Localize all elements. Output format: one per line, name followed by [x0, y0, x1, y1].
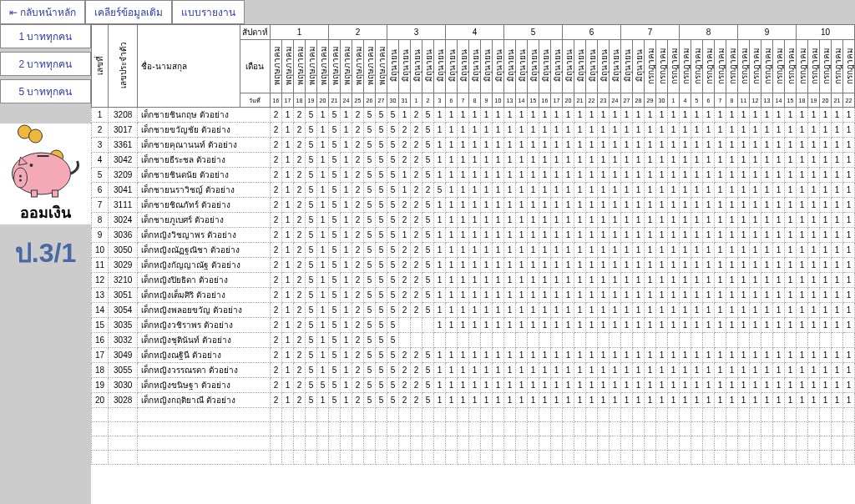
cell-amount[interactable]: 2: [352, 288, 363, 303]
cell-amount[interactable]: 1: [468, 258, 480, 273]
cell-amount[interactable]: 1: [316, 318, 328, 333]
cell-amount[interactable]: 1: [539, 288, 550, 303]
cell-amount[interactable]: 5: [422, 168, 433, 183]
cell-amount[interactable]: 1: [492, 153, 503, 168]
cell-amount[interactable]: 1: [667, 378, 679, 393]
cell-amount[interactable]: 1: [457, 318, 468, 333]
cell-amount[interactable]: 1: [691, 258, 702, 273]
cell-amount[interactable]: 1: [562, 273, 574, 288]
cell-amount[interactable]: 2: [398, 303, 410, 318]
cell-amount[interactable]: 1: [761, 198, 772, 213]
cell-amount[interactable]: 1: [807, 348, 819, 363]
cell-amount[interactable]: 1: [316, 228, 328, 243]
cell-amount[interactable]: 1: [796, 228, 807, 243]
cell-amount[interactable]: 1: [737, 108, 749, 123]
cell-amount[interactable]: 1: [316, 243, 328, 258]
cell-amount[interactable]: 1: [632, 363, 644, 378]
cell-amount[interactable]: 2: [352, 153, 363, 168]
cell-amount[interactable]: 1: [737, 183, 749, 198]
cell-amount[interactable]: 1: [737, 138, 749, 153]
cell-amount[interactable]: 1: [842, 153, 854, 168]
cell-amount[interactable]: 1: [620, 183, 632, 198]
cell-amount[interactable]: [749, 422, 761, 436]
cell-amount[interactable]: 5: [305, 198, 316, 213]
cell-amount[interactable]: 1: [737, 273, 749, 288]
cell-amount[interactable]: 1: [597, 258, 609, 273]
cell-amount[interactable]: 1: [457, 258, 468, 273]
cell-amount[interactable]: [726, 436, 737, 451]
cell-amount[interactable]: 1: [457, 348, 468, 363]
cell-amount[interactable]: 1: [749, 393, 761, 408]
cell-amount[interactable]: 1: [527, 363, 539, 378]
cell-amount[interactable]: 1: [468, 363, 480, 378]
cell-amount[interactable]: 1: [842, 348, 854, 363]
cell-amount[interactable]: 1: [807, 153, 819, 168]
cell-amount[interactable]: 1: [807, 258, 819, 273]
cell-amount[interactable]: 1: [655, 303, 667, 318]
cell-amount[interactable]: 1: [726, 303, 737, 318]
cell-amount[interactable]: 1: [468, 243, 480, 258]
cell-amount[interactable]: 5: [422, 243, 433, 258]
cell-amount[interactable]: 1: [842, 303, 854, 318]
cell-amount[interactable]: 2: [293, 213, 305, 228]
cell-amount[interactable]: 2: [398, 243, 410, 258]
cell-amount[interactable]: 5: [387, 393, 398, 408]
cell-amount[interactable]: 2: [293, 318, 305, 333]
cell-amount[interactable]: 5: [375, 318, 387, 333]
cell-amount[interactable]: 2: [352, 213, 363, 228]
cell-amount[interactable]: [363, 436, 375, 451]
cell-amount[interactable]: 2: [398, 378, 410, 393]
cell-amount[interactable]: 5: [363, 333, 375, 348]
cell-amount[interactable]: 1: [819, 318, 831, 333]
cell-amount[interactable]: 5: [422, 363, 433, 378]
cell-amount[interactable]: 1: [831, 123, 842, 138]
cell-amount[interactable]: 1: [515, 228, 527, 243]
cell-amount[interactable]: 1: [620, 228, 632, 243]
cell-amount[interactable]: [562, 451, 574, 465]
cell-amount[interactable]: 5: [305, 213, 316, 228]
cell-amount[interactable]: 2: [352, 348, 363, 363]
cell-amount[interactable]: 1: [574, 348, 585, 363]
cell-amount[interactable]: 1: [515, 198, 527, 213]
cell-amount[interactable]: 1: [632, 228, 644, 243]
cell-amount[interactable]: 5: [305, 183, 316, 198]
cell-amount[interactable]: 1: [398, 183, 410, 198]
cell-amount[interactable]: [644, 333, 655, 348]
cell-amount[interactable]: 1: [632, 183, 644, 198]
cell-amount[interactable]: 1: [609, 393, 620, 408]
cell-amount[interactable]: 1: [562, 123, 574, 138]
cell-amount[interactable]: 1: [550, 183, 562, 198]
cell-amount[interactable]: 1: [737, 393, 749, 408]
cell-amount[interactable]: [679, 408, 691, 422]
cell-amount[interactable]: 1: [726, 153, 737, 168]
cell-amount[interactable]: 1: [539, 198, 550, 213]
cell-amount[interactable]: 1: [702, 393, 714, 408]
cell-amount[interactable]: 1: [597, 213, 609, 228]
cell-amount[interactable]: 1: [585, 348, 597, 363]
cell-amount[interactable]: 1: [597, 228, 609, 243]
cell-amount[interactable]: 1: [842, 318, 854, 333]
cell-amount[interactable]: 1: [515, 153, 527, 168]
cell-amount[interactable]: 1: [655, 198, 667, 213]
cell-amount[interactable]: 1: [620, 393, 632, 408]
cell-amount[interactable]: 2: [293, 273, 305, 288]
cell-amount[interactable]: 5: [375, 303, 387, 318]
cell-amount[interactable]: 2: [270, 213, 281, 228]
cell-amount[interactable]: 1: [281, 243, 293, 258]
cell-amount[interactable]: 2: [398, 363, 410, 378]
cell-amount[interactable]: 5: [363, 378, 375, 393]
cell-amount[interactable]: 1: [527, 153, 539, 168]
cell-amount[interactable]: 1: [585, 393, 597, 408]
cell-amount[interactable]: 1: [807, 108, 819, 123]
cell-amount[interactable]: 2: [352, 198, 363, 213]
cell-amount[interactable]: 1: [784, 318, 796, 333]
cell-amount[interactable]: [410, 422, 422, 436]
cell-amount[interactable]: 1: [527, 123, 539, 138]
cell-amount[interactable]: 1: [842, 288, 854, 303]
cell-amount[interactable]: 1: [667, 198, 679, 213]
cell-amount[interactable]: [492, 422, 503, 436]
cell-amount[interactable]: 1: [574, 363, 585, 378]
cell-amount[interactable]: 1: [632, 108, 644, 123]
cell-amount[interactable]: 1: [433, 258, 445, 273]
cell-amount[interactable]: 1: [632, 378, 644, 393]
